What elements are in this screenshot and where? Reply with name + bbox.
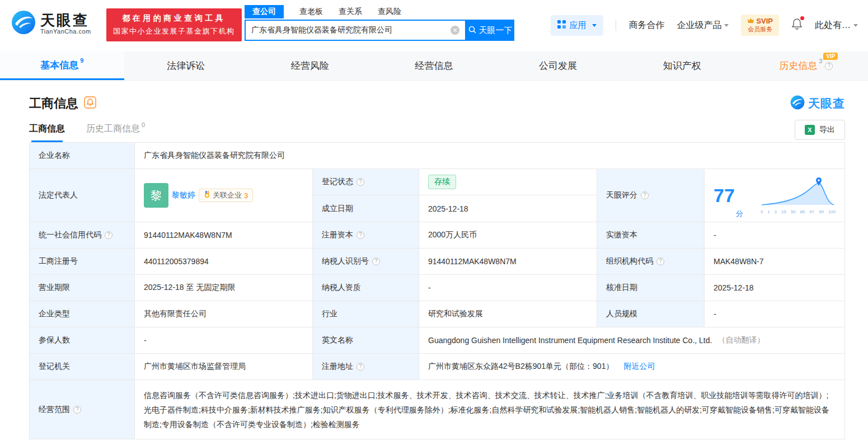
search-button-label: 天眼一下 xyxy=(479,25,513,36)
nav-user-more[interactable]: 此处有… xyxy=(815,20,858,31)
chevron-down-icon xyxy=(724,24,729,27)
table-row: 企业名称 广东省具身智能仪器装备研究院有限公司 xyxy=(30,143,844,169)
nav-apps[interactable]: 应用 xyxy=(551,15,603,36)
field-label: 参保人数 xyxy=(39,335,70,345)
tab-legal[interactable]: 法律诉讼 xyxy=(124,51,248,80)
company-type-label-cell: 企业类型 xyxy=(30,301,135,327)
field-label: 天眼评分 xyxy=(606,190,637,200)
subtab-history-label: 历史工商信息 xyxy=(86,123,140,135)
tab-intellectual-property[interactable]: 知识产权 xyxy=(620,51,744,80)
tick: 50 xyxy=(791,209,796,214)
org-code: MAK48W8N-7 xyxy=(714,257,763,266)
table-row: 经营范围 ? 信息咨询服务（不含许可类信息咨询服务）;技术进出口;货物进出口;技… xyxy=(30,380,844,439)
svip-membership-button[interactable]: SVIP 会员服务 xyxy=(741,15,779,36)
staff-size-value-cell: - xyxy=(705,301,844,327)
svip-label: SVIP xyxy=(756,17,773,26)
taxpayer-id: 91440112MAK48W8N7M xyxy=(428,257,517,266)
vip-badge: VIP xyxy=(823,53,838,60)
tab-legal-label: 法律诉讼 xyxy=(167,59,205,72)
status-badge: 存续 xyxy=(428,175,456,189)
tab-history-info[interactable]: 历史信息 3 VIP ? xyxy=(744,51,868,80)
subtab-history-business-info[interactable]: 历史工商信息 0 xyxy=(86,123,145,142)
subtab-current-label: 工商信息 xyxy=(29,123,65,135)
nearby-companies-link[interactable]: 附近公司 xyxy=(623,362,655,372)
tianyancha-logo-icon xyxy=(11,10,36,37)
staff-size: - xyxy=(714,310,716,318)
field-label: 行业 xyxy=(322,309,337,319)
help-icon[interactable]: ? xyxy=(356,178,364,186)
nav-cooperation-label: 商务合作 xyxy=(628,20,664,31)
clear-icon[interactable]: ✕ xyxy=(451,26,459,35)
establish-date-label-cell: 成立日期 xyxy=(313,195,419,222)
score-value-cell: 77 分 0 1 3 15 50 85 97 99 xyxy=(705,169,844,222)
subtab-business-info[interactable]: 工商信息 xyxy=(29,123,65,142)
reg-capital-value-cell: 2000万人民币 xyxy=(419,222,597,248)
credit-code-label-cell: 统一社会信用代码 ? xyxy=(30,222,135,248)
search-tabs: 查公司 查老板 查关系 查风险 xyxy=(245,4,514,18)
table-row: 工商注册号 440112005379894 纳税人识别号 ? 91440112M… xyxy=(30,249,844,275)
svip-sublabel: 会员服务 xyxy=(747,26,773,34)
legal-rep-link[interactable]: 黎敏婷 xyxy=(172,190,195,200)
help-icon[interactable]: ? xyxy=(641,191,649,199)
help-icon[interactable]: ? xyxy=(356,363,364,371)
nav-enterprise[interactable]: 企业级产品 xyxy=(677,20,729,31)
search-button[interactable]: 天眼一下 xyxy=(466,20,514,41)
nav-more-label: 此处有… xyxy=(815,20,851,31)
tab-basic-count: 9 xyxy=(80,58,83,64)
tab-company-development[interactable]: 公司发展 xyxy=(496,51,620,80)
help-icon[interactable]: ? xyxy=(825,62,833,70)
notification-bell[interactable] xyxy=(791,18,803,32)
tick: 99 xyxy=(819,209,824,214)
search-tab-risk[interactable]: 查风险 xyxy=(378,7,401,17)
section-brand-text: 天眼查 xyxy=(808,96,845,111)
nav-cooperation[interactable]: 商务合作 xyxy=(628,20,664,31)
business-term-value-cell: 2025-12-18 至 无固定期限 xyxy=(135,275,313,301)
company-tabbar: 基本信息 9 法律诉讼 经营风险 经营信息 公司发展 知识产权 历史信息 3 V… xyxy=(0,51,868,81)
reg-number-value-cell: 440112005379894 xyxy=(135,249,313,274)
field-label: 登记机关 xyxy=(39,362,70,372)
org-code-value-cell: MAK48W8N-7 xyxy=(705,249,844,274)
tab-operating-info[interactable]: 经营信息 xyxy=(372,51,496,80)
related-companies-badge[interactable]: 关联企业 3 xyxy=(199,189,253,202)
help-icon[interactable]: ? xyxy=(356,231,364,239)
help-icon[interactable]: ? xyxy=(372,257,380,265)
paid-capital-value-cell: - xyxy=(705,222,844,248)
legal-rep-value-cell: 黎 黎敏婷 关联企业 3 xyxy=(135,169,313,222)
bell-icon xyxy=(791,18,803,32)
field-label: 成立日期 xyxy=(322,204,353,214)
help-icon[interactable]: ? xyxy=(73,406,81,414)
help-icon[interactable]: ? xyxy=(105,231,112,239)
reg-authority-label-cell: 登记机关 xyxy=(30,354,135,380)
paid-capital-label-cell: 实缴资本 xyxy=(597,222,705,248)
search-tab-relation[interactable]: 查关系 xyxy=(339,7,362,17)
field-label: 纳税人识别号 xyxy=(322,256,369,266)
reg-status-value-cell: 存续 xyxy=(419,169,597,195)
export-button[interactable]: X 导出 xyxy=(795,120,845,140)
tab-basic-info[interactable]: 基本信息 9 xyxy=(0,51,124,80)
field-label: 注册资本 xyxy=(322,230,353,240)
reg-capital-label-cell: 注册资本 ? xyxy=(313,222,419,248)
tick: 0 xyxy=(761,209,763,214)
alarm-bell-icon[interactable] xyxy=(84,96,96,111)
tab-history-label: 历史信息 xyxy=(779,59,817,72)
help-icon[interactable]: ? xyxy=(656,257,664,265)
table-row: 企业类型 其他有限责任公司 行业 研究和试验发展 人员规模 - xyxy=(30,301,844,327)
tianyancha-logo[interactable]: 天眼查 TianYanCha.com xyxy=(11,10,91,37)
grid-icon xyxy=(557,20,566,30)
field-label: 纳税人资质 xyxy=(322,283,361,293)
search-input[interactable] xyxy=(251,26,451,35)
business-term: 2025-12-18 至 无固定期限 xyxy=(144,283,235,293)
industry-value-cell: 研究和试验发展 xyxy=(419,301,597,327)
search-tab-boss[interactable]: 查老板 xyxy=(299,7,323,17)
subtab-history-count: 0 xyxy=(142,122,145,128)
industry: 研究和试验发展 xyxy=(428,309,483,319)
tab-basic-label: 基本信息 xyxy=(40,59,78,72)
tab-operating-risk[interactable]: 经营风险 xyxy=(248,51,372,80)
auto-translate-note: （自动翻译） xyxy=(717,335,764,345)
section-head: 工商信息 天眼查 xyxy=(0,95,868,112)
taxpayer-id-label-cell: 纳税人识别号 ? xyxy=(313,249,419,274)
slogan-line1: 都在用的商业查询工具 xyxy=(113,13,235,24)
field-label: 组织机构代码 xyxy=(606,256,653,266)
legal-rep-avatar[interactable]: 黎 xyxy=(144,183,168,208)
search-tab-company[interactable]: 查公司 xyxy=(245,5,284,18)
